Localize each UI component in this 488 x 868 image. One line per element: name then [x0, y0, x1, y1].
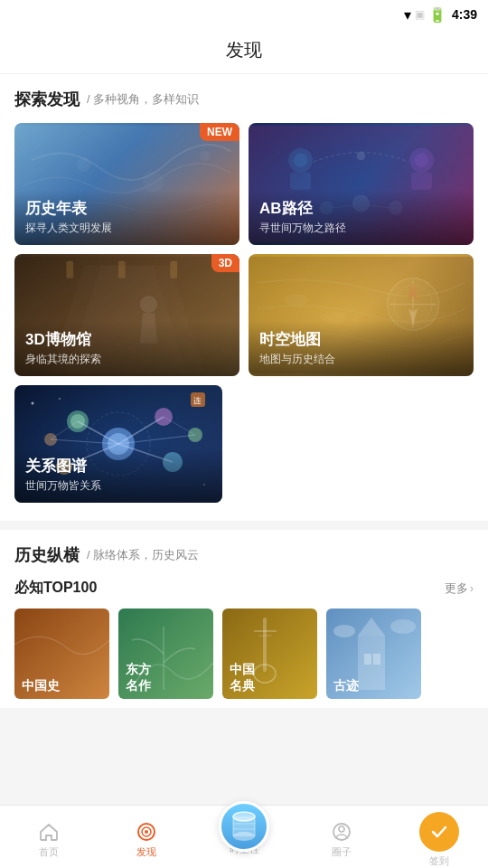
svg-rect-63: [364, 654, 371, 665]
explore-title: 探索发现: [14, 89, 80, 110]
card-spacetime-map-desc: 地图与历史结合: [259, 352, 463, 367]
svg-point-3: [200, 151, 210, 161]
timepillar-icon: [230, 809, 258, 844]
card-3d-museum-name: 3D博物馆: [25, 330, 229, 350]
card-3d-museum-desc: 身临其境的探索: [25, 352, 229, 367]
history-section: 历史纵横 / 脉络体系，历史风云 必知TOP100 更多 ›: [0, 530, 488, 708]
card-3d-museum[interactable]: 3D 3D博物馆 身临其境的探索: [14, 254, 239, 376]
nav-checkin-label: 签到: [429, 854, 449, 868]
explore-subtitle: / 多种视角，多样知识: [87, 91, 199, 108]
history-item-classics[interactable]: 中国名典: [222, 609, 317, 699]
card-spacetime-map-overlay: 时空地图 地图与历史结合: [249, 321, 474, 376]
card-relations-overlay: 关系图谱 世间万物皆关系: [14, 448, 222, 503]
page-title: 发现: [0, 38, 488, 62]
nav-item-discover[interactable]: 发现: [98, 816, 195, 859]
checkin-badge: [419, 812, 459, 852]
history-item-east-label: 东方名作: [126, 661, 151, 693]
card-ab-path[interactable]: AB路径 寻世间万物之路径: [249, 123, 474, 245]
circle-icon: [331, 821, 352, 843]
svg-point-19: [140, 296, 157, 313]
svg-point-9: [415, 154, 428, 167]
card-ab-path-desc: 寻世间万物之路径: [259, 221, 463, 236]
card-history-timeline[interactable]: NEW 历史年表 探寻人类文明发展: [14, 123, 239, 245]
more-arrow-icon: ›: [470, 581, 474, 595]
history-item-china-label: 中国史: [22, 677, 60, 693]
discover-icon: [136, 821, 157, 843]
card-history-timeline-name: 历史年表: [25, 199, 229, 219]
home-icon: [38, 821, 60, 843]
card-spacetime-map-name: 时空地图: [259, 330, 463, 350]
svg-point-1: [77, 157, 90, 171]
svg-rect-18: [170, 261, 177, 278]
nav-item-circle[interactable]: 圈子: [293, 816, 390, 859]
svg-rect-64: [373, 654, 380, 665]
history-item-china[interactable]: 中国史: [14, 609, 109, 699]
card-ab-path-overlay: AB路径 寻世间万物之路径: [249, 190, 474, 245]
card-spacetime-map[interactable]: 时空地图 地图与历史结合: [249, 254, 474, 376]
svg-rect-7: [290, 173, 311, 190]
svg-point-69: [145, 830, 148, 834]
history-scroll: 中国史 东方名作: [14, 609, 474, 699]
svg-point-79: [339, 826, 344, 832]
card-relations-name: 关系图谱: [25, 457, 211, 476]
page-header: 发现: [0, 29, 488, 74]
status-icons: ▾ ▣ 🔋: [404, 6, 446, 24]
svg-text:连: 连: [193, 396, 202, 405]
subsection-title: 必知TOP100: [14, 579, 97, 598]
svg-point-65: [333, 625, 355, 637]
checkin-icon: [429, 822, 449, 842]
history-item-ancient-label: 古迹: [333, 677, 359, 693]
svg-line-44: [164, 417, 195, 435]
status-time: 4:39: [452, 7, 477, 22]
nav-item-timepillar[interactable]: 时空柱: [195, 817, 293, 856]
svg-point-66: [390, 619, 416, 634]
history-header: 历史纵横 / 脉络体系，历史风云: [14, 544, 474, 566]
badge-new: NEW: [200, 123, 239, 141]
svg-point-11: [357, 152, 366, 161]
nav-home-label: 首页: [39, 845, 59, 859]
main-content: 探索发现 / 多种视角，多样知识: [0, 74, 488, 852]
svg-point-46: [32, 402, 34, 405]
badge-3d: 3D: [211, 254, 239, 272]
wifi-icon: ▾: [404, 6, 411, 24]
card-3d-museum-overlay: 3D博物馆 身临其境的探索: [14, 321, 239, 376]
more-label: 更多: [445, 580, 468, 597]
signal-icon: ▣: [415, 8, 425, 21]
nav-circle-label: 圈子: [332, 845, 352, 859]
svg-point-47: [59, 398, 61, 400]
more-link[interactable]: 更多 ›: [445, 580, 474, 597]
nav-item-home[interactable]: 首页: [0, 816, 98, 859]
history-item-classics-label: 中国名典: [230, 661, 255, 693]
history-title: 历史纵横: [14, 544, 80, 566]
history-item-ancient[interactable]: 古迹: [326, 609, 421, 699]
subsection-header: 必知TOP100 更多 ›: [14, 579, 474, 598]
history-subtitle: / 脉络体系，历史风云: [87, 547, 199, 563]
nav-discover-label: 发现: [136, 845, 156, 859]
svg-point-6: [294, 154, 307, 167]
card-history-timeline-overlay: 历史年表 探寻人类文明发展: [14, 190, 239, 245]
card-history-timeline-desc: 探寻人类文明发展: [25, 221, 229, 236]
svg-rect-10: [411, 173, 432, 190]
svg-rect-56: [263, 618, 267, 672]
card-relations[interactable]: 连 关系图谱 世间万物皆关系: [14, 385, 222, 503]
explore-header: 探索发现 / 多种视角，多样知识: [14, 89, 474, 110]
card-relations-desc: 世间万物皆关系: [25, 478, 211, 494]
svg-rect-17: [118, 261, 126, 278]
history-item-east[interactable]: 东方名作: [118, 609, 213, 699]
battery-icon: 🔋: [428, 6, 446, 24]
bottom-nav: 首页 发现 时空柱: [0, 805, 488, 868]
explore-section: 探索发现 / 多种视角，多样知识: [0, 74, 488, 521]
card-ab-path-name: AB路径: [259, 199, 463, 219]
svg-rect-16: [66, 261, 73, 278]
status-bar: ▾ ▣ 🔋 4:39: [0, 0, 488, 29]
svg-point-72: [233, 832, 255, 841]
nav-item-checkin[interactable]: 签到: [390, 807, 488, 868]
nav-center-circle: [219, 801, 269, 852]
card-grid: NEW 历史年表 探寻人类文明发展: [14, 123, 474, 503]
